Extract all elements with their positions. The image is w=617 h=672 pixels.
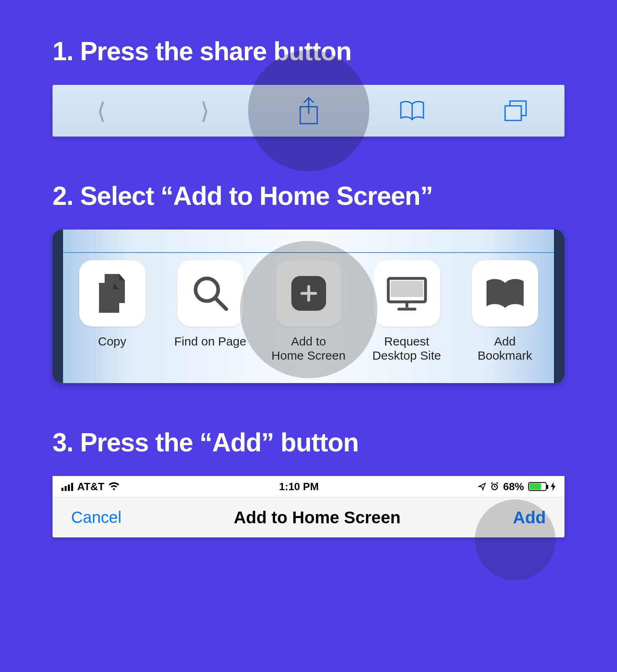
copy-icon (95, 274, 130, 313)
share-sheet: Copy Find on Page Add to Home Scre (53, 230, 564, 383)
tabs-icon (503, 99, 528, 122)
carrier-label: AT&T (77, 480, 104, 493)
share-action-desktop[interactable]: Request Desktop Site (362, 260, 452, 362)
add-button[interactable]: Add (513, 508, 546, 527)
nav-bar: Cancel Add to Home Screen Add (53, 497, 564, 537)
svg-line-18 (491, 482, 493, 484)
chevron-right-icon: ⟩ (200, 98, 209, 124)
step2-heading: 2. Select “Add to Home Screen” (53, 181, 564, 211)
step1-heading: 1. Press the share button (53, 36, 564, 66)
desktop-icon (386, 276, 428, 311)
share-action-copy[interactable]: Copy (67, 260, 158, 349)
share-label: Add Bookmark (460, 335, 550, 362)
clock: 1:10 PM (279, 480, 319, 493)
signal-icon (61, 482, 73, 491)
divider (63, 252, 554, 253)
plus-icon (291, 276, 326, 311)
location-icon (478, 482, 486, 491)
svg-line-8 (216, 299, 226, 309)
svg-line-19 (497, 482, 498, 484)
book-icon (484, 277, 526, 310)
tabs-button[interactable] (481, 99, 550, 122)
safari-toolbar: ⟨ ⟩ (53, 85, 564, 137)
battery-percent: 68% (503, 480, 524, 493)
forward-button[interactable]: ⟩ (171, 98, 239, 124)
share-icon (297, 96, 320, 125)
status-bar: AT&T 1:10 PM 68% (53, 476, 564, 497)
share-action-find[interactable]: Find on Page (165, 260, 256, 349)
nav-title: Add to Home Screen (234, 508, 400, 527)
alarm-icon (490, 482, 499, 491)
bookmarks-button[interactable] (378, 100, 446, 121)
svg-marker-20 (551, 482, 556, 491)
book-open-icon (399, 100, 425, 121)
battery-icon (528, 482, 547, 491)
search-icon (192, 275, 229, 312)
add-to-home-panel: AT&T 1:10 PM 68% Cancel Add to Home Scre… (53, 476, 564, 537)
share-action-bookmark[interactable]: Add Bookmark (460, 260, 550, 362)
cancel-button[interactable]: Cancel (71, 508, 122, 527)
svg-rect-12 (391, 281, 423, 297)
share-label: Copy (67, 335, 158, 349)
charging-icon (551, 482, 556, 491)
share-label: Find on Page (165, 335, 256, 349)
svg-marker-5 (119, 274, 125, 280)
share-action-add-home[interactable]: Add to Home Screen (263, 260, 354, 362)
chevron-left-icon: ⟨ (97, 98, 106, 124)
step3-heading: 3. Press the “Add” button (53, 428, 564, 457)
share-label: Add to Home Screen (263, 335, 354, 362)
wifi-icon (108, 482, 120, 491)
share-label: Request Desktop Site (362, 335, 452, 362)
svg-rect-4 (505, 106, 521, 120)
back-button[interactable]: ⟨ (67, 98, 136, 124)
share-button[interactable] (274, 96, 343, 125)
